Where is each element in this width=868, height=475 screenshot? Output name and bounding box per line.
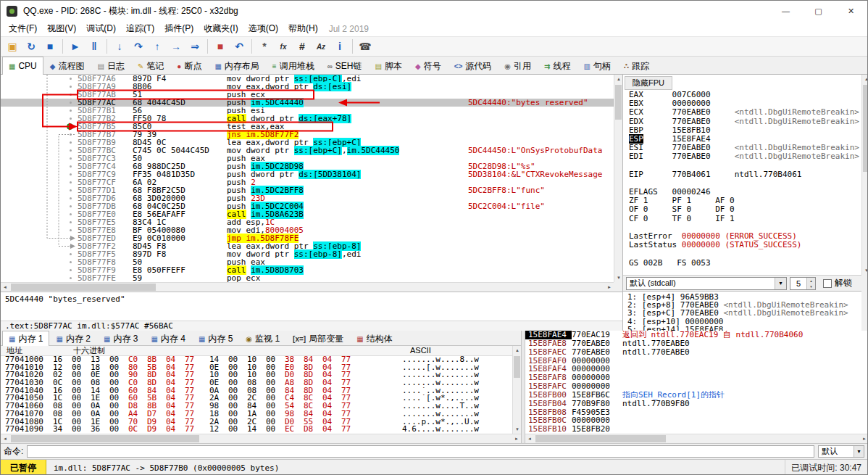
scroll-thumb[interactable] [535,435,666,442]
registers-scrollbar[interactable]: ▲ ▼ [861,75,868,275]
tab-source[interactable]: <>源代码 [448,58,498,74]
menu-item[interactable]: 视图(V) [42,21,81,36]
dump-horizontal-scrollbar[interactable]: ◄ ► [1,434,521,443]
scroll-thumb[interactable] [863,85,868,172]
scroll-track[interactable] [9,434,512,443]
disasm-gutter[interactable] [1,218,78,226]
spin-up-icon[interactable]: ▴ [807,278,815,284]
scroll-up-icon[interactable]: ▲ [862,75,868,83]
tab-memory-2[interactable]: ▦内存 2 [49,331,96,345]
tab-memory-map[interactable]: ▦内存布局 [208,58,265,74]
tab-memory-1[interactable]: ▦内存 1 [2,331,49,346]
disasm-gutter[interactable] [1,186,78,194]
tab-graph[interactable]: ◆流程图 [43,58,91,74]
chevron-down-icon[interactable]: ▾ [775,278,786,289]
stack-arg-row[interactable]: 5: [esp+14] 15E8FAE8 [627,326,861,331]
scroll-left-icon[interactable]: ◄ [1,434,9,443]
step-out-icon[interactable]: ↑ [149,38,166,55]
hide-fpu-button[interactable]: 隐藏FPU [625,76,672,90]
calling-convention-select[interactable]: 默认 (stdcall) ▾ [626,277,787,290]
disasm-vertical-scrollbar[interactable]: ▲ ▼ [614,75,622,282]
command-profile-select[interactable]: 默认 ▾ [818,445,864,458]
disasm-gutter[interactable] [1,250,78,258]
tab-breakpoints[interactable]: ●断点 [170,58,208,74]
disasm-gutter[interactable] [1,258,78,266]
stack-args-panel[interactable]: 1: [esp+4] 96A59BB32: [esp+8] 770EABE0 <… [623,291,861,331]
hash-check-icon[interactable]: # [293,38,311,55]
disasm-gutter[interactable] [1,234,78,242]
disasm-gutter[interactable] [1,162,78,170]
menu-item[interactable]: 插件(P) [159,21,199,36]
depth-spinner[interactable]: 5 ▴ ▾ [790,277,816,290]
disasm-gutter[interactable] [1,131,78,139]
menu-item[interactable]: 文件(F) [4,21,42,36]
tab-memory-4[interactable]: ▦内存 4 [144,331,191,345]
menu-item[interactable]: 调试(D) [81,21,121,36]
tab-memory-3[interactable]: ▦内存 3 [97,331,144,345]
scroll-thumb[interactable] [11,435,199,442]
scroll-track[interactable] [614,83,622,273]
disasm-gutter[interactable] [1,242,78,250]
tab-watch-1[interactable]: ◉监视 1 [239,331,286,345]
menu-item[interactable]: 选项(O) [243,21,283,36]
disasm-gutter[interactable] [1,226,78,234]
disasm-gutter[interactable] [1,99,78,107]
memory-dump-panel[interactable]: 7704100016001300C08B04771400100038840477… [1,356,512,434]
stack-row[interactable]: 15E8FB04770B9F80ntdll.770B9F80 [525,400,868,408]
minimize-button[interactable]: — [769,1,802,21]
scroll-thumb[interactable] [514,356,520,378]
menu-item[interactable]: 帮助(H) [283,21,323,36]
disasm-gutter[interactable] [1,178,78,186]
maximize-button[interactable]: ▢ [802,1,835,21]
stack-panel[interactable]: 15E8FAE4770EAC19返回到 ntdll.770EAC19 自 ntd… [525,331,868,434]
scroll-thumb[interactable] [11,284,156,291]
tab-threads[interactable]: ⇉线程 [538,58,577,74]
run-icon[interactable]: ► [67,38,84,55]
scroll-track[interactable] [513,355,521,425]
tab-trace[interactable]: ∴跟踪 [617,58,656,74]
run-to-cursor-icon[interactable]: → [167,38,185,55]
stack-horizontal-scrollbar[interactable]: ◄ ► [525,434,868,443]
animate-into-icon[interactable]: ⇒ [186,38,204,55]
disasm-row[interactable]: 5D8F77FE59pop ecx [1,274,614,282]
register-line[interactable]: GS 002B FS 0053 [629,259,861,268]
disasm-gutter[interactable] [1,194,78,202]
breakpoint-dot-icon[interactable] [67,123,73,130]
info-icon[interactable]: i [331,38,349,55]
disasm-gutter[interactable] [1,83,78,91]
step-over-icon[interactable]: ↷ [130,38,147,55]
tab-symbols[interactable]: ◆符号 [409,58,448,74]
menu-item[interactable]: 追踪(T) [121,21,159,36]
register-line[interactable]: EIP 770B4061 ntdll.770B4061 [629,170,861,179]
menu-item[interactable]: 收藏夹(I) [199,21,243,36]
trace-back-icon[interactable]: ↶ [230,38,248,55]
disasm-gutter[interactable] [1,107,78,115]
disasm-gutter[interactable] [1,75,78,83]
disasm-gutter[interactable] [1,123,78,131]
scroll-track[interactable] [9,283,605,292]
step-into-icon[interactable]: ↓ [111,38,128,55]
unlock-checkbox[interactable] [823,279,832,288]
disasm-gutter[interactable] [1,154,78,162]
scroll-track[interactable] [534,434,860,443]
tab-locals[interactable]: [x=]局部变量 [286,331,350,345]
disasm-gutter[interactable] [1,139,78,146]
tab-call-stack[interactable]: ≡调用堆栈 [266,58,321,74]
tab-notes[interactable]: ✎笔记 [131,58,170,74]
stack-row[interactable]: 15E8FAEC770EABE0ntdll.770EABE0 [525,348,868,357]
stack-row[interactable]: 15E8FB0015E8FB6C指向SEH_Record[1]的指针 [525,391,868,400]
dump-row[interactable]: 77041090340036000CD9047712001400ECD80477… [1,426,512,434]
strings-az-icon[interactable]: Az [312,38,330,55]
register-line[interactable]: LastStatus 00000000 (STATUS_SUCCESS) [629,241,861,249]
open-file-icon[interactable]: ▣ [4,38,21,55]
tab-script[interactable]: ▤脚本 [369,58,409,74]
scroll-left-icon[interactable]: ◄ [1,283,9,292]
scroll-thumb[interactable] [615,85,622,120]
scroll-right-icon[interactable]: ► [512,434,521,443]
register-line[interactable]: EDI 770EABE0 <ntdll.DbgUiRemoteBreakin> [629,152,861,161]
disassembly-panel[interactable]: 5D8F77A6897D F4mov dword ptr ss:[ebp-C],… [1,75,614,282]
scroll-track[interactable] [862,83,868,266]
stop-animation-icon[interactable]: ■ [212,38,229,55]
disasm-gutter[interactable] [1,210,78,218]
disasm-gutter[interactable] [1,202,78,210]
